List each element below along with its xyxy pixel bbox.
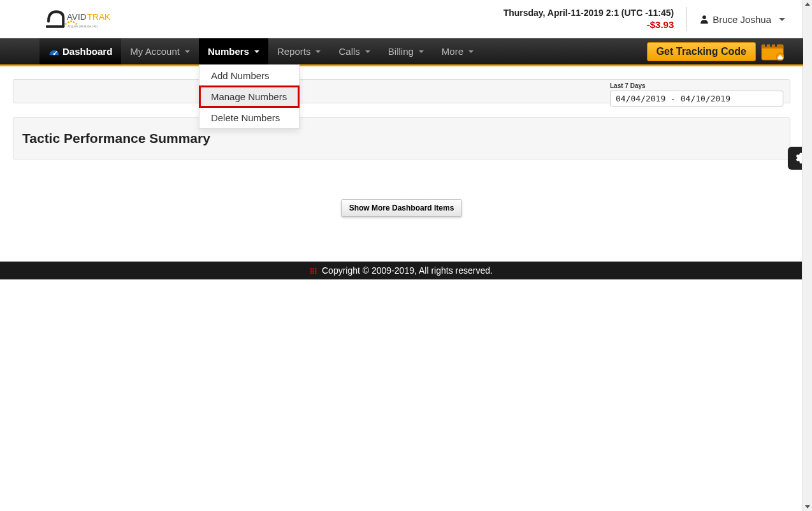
svg-rect-19: [313, 268, 315, 270]
scroll-up-icon: [805, 3, 810, 6]
nav-more[interactable]: More: [433, 38, 482, 64]
scrollbar[interactable]: [802, 0, 812, 279]
svg-rect-18: [310, 268, 312, 270]
nav-billing[interactable]: Billing: [379, 38, 433, 64]
footer-copyright: Copyright © 2009-2019, All rights reserv…: [322, 265, 493, 276]
date-range-card: Last 7 Days: [13, 79, 790, 103]
nav-reports[interactable]: Reports: [268, 38, 330, 64]
nav-numbers[interactable]: Numbers Add Numbers Manage Numbers Delet…: [199, 38, 268, 64]
nav-reports-label: Reports: [277, 46, 311, 57]
svg-rect-24: [310, 272, 312, 274]
user-name: Bruce Joshua: [713, 14, 771, 25]
brand-logo[interactable]: AVID TRAK Acquire | Analyze | Act: [46, 8, 141, 31]
svg-rect-16: [775, 43, 777, 47]
nav-calls-label: Calls: [338, 46, 359, 57]
nav-calls[interactable]: Calls: [330, 38, 379, 64]
calendar-home-icon[interactable]: [761, 43, 784, 61]
svg-rect-21: [310, 270, 312, 272]
svg-point-1: [65, 23, 67, 25]
datetime-balance-block: Thursday, April-11-2019 2:1 (UTC -11:45)…: [504, 7, 688, 31]
svg-rect-25: [313, 272, 315, 274]
footer: Copyright © 2009-2019, All rights reserv…: [0, 262, 803, 279]
nav-numbers-label: Numbers: [208, 46, 249, 57]
chevron-down-icon: [779, 18, 785, 21]
chevron-down-icon: [315, 50, 321, 53]
content-area: Last 7 Days Tactic Performance Summary S…: [0, 66, 803, 262]
svg-rect-20: [315, 268, 317, 270]
svg-rect-26: [315, 272, 317, 274]
chevron-down-icon: [419, 50, 424, 53]
person-icon: [700, 15, 709, 24]
svg-text:Acquire  |  Analyze  |  Act: Acquire | Analyze | Act: [68, 25, 98, 28]
svg-point-2: [68, 21, 69, 23]
nav-more-label: More: [442, 46, 463, 57]
nav-dashboard[interactable]: Dashboard: [40, 38, 121, 64]
nav-dashboard-label: Dashboard: [62, 46, 112, 57]
svg-rect-15: [770, 43, 772, 47]
svg-point-4: [73, 21, 75, 23]
user-menu[interactable]: Bruce Joshua: [700, 14, 785, 25]
chevron-down-icon: [468, 50, 474, 53]
show-more-button[interactable]: Show More Dashboard Items: [341, 199, 463, 217]
svg-text:AVID: AVID: [67, 12, 87, 22]
svg-rect-23: [315, 270, 317, 272]
chevron-down-icon: [365, 50, 370, 53]
dropdown-add-numbers[interactable]: Add Numbers: [199, 65, 299, 86]
svg-rect-22: [313, 270, 315, 272]
date-range-input[interactable]: [610, 91, 783, 107]
tactic-summary-title: Tactic Performance Summary: [22, 131, 781, 146]
dropdown-delete-numbers[interactable]: Delete Numbers: [199, 107, 299, 128]
nav-my-account-label: My Account: [130, 46, 180, 57]
svg-rect-14: [765, 43, 767, 47]
datetime-text: Thursday, April-11-2019 2:1 (UTC -11:45): [504, 7, 674, 19]
dashboard-icon: [48, 47, 60, 56]
chevron-down-icon: [254, 50, 259, 53]
svg-text:TRAK: TRAK: [87, 12, 110, 22]
main-navbar: Dashboard My Account Numbers Add Numbers…: [0, 38, 803, 66]
tactic-summary-card: Tactic Performance Summary: [13, 117, 790, 159]
date-range-label: Last 7 Days: [610, 82, 783, 89]
header-bar: AVID TRAK Acquire | Analyze | Act Thursd…: [0, 0, 803, 38]
nav-billing-label: Billing: [388, 46, 414, 57]
get-tracking-code-button[interactable]: Get Tracking Code: [647, 42, 756, 61]
balance-text: -$3.93: [504, 19, 674, 31]
chevron-down-icon: [185, 50, 190, 53]
numbers-dropdown: Add Numbers Manage Numbers Delete Number…: [199, 64, 300, 129]
svg-point-9: [702, 15, 706, 19]
dropdown-manage-numbers[interactable]: Manage Numbers: [199, 86, 299, 107]
nav-my-account[interactable]: My Account: [121, 38, 199, 64]
grid-icon: [310, 268, 317, 274]
